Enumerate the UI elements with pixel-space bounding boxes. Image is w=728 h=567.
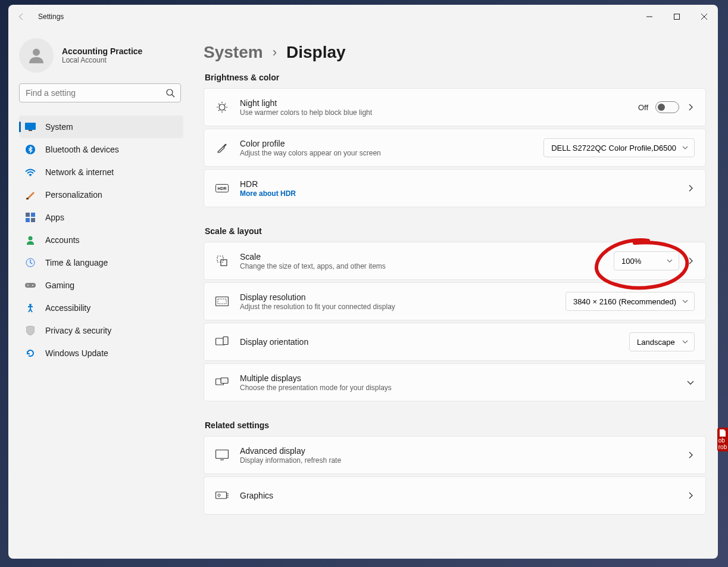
shield-icon bbox=[25, 325, 36, 336]
card-right: DELL S2722QC Color Profile,D6500 bbox=[543, 138, 695, 157]
update-icon bbox=[25, 348, 36, 359]
sidebar-item-label: Accounts bbox=[45, 235, 80, 245]
card-graphics[interactable]: Graphics bbox=[204, 476, 706, 515]
card-title: HDR bbox=[240, 179, 686, 189]
card-title: Night light bbox=[240, 98, 638, 108]
accessibility-icon bbox=[25, 303, 36, 313]
desktop-shortcut-partial[interactable]: obrob bbox=[717, 428, 728, 451]
profile-text: Accounting Practice Local Account bbox=[62, 46, 142, 64]
card-orientation[interactable]: Display orientation Landscape bbox=[204, 323, 706, 361]
clock-globe-icon bbox=[25, 257, 36, 268]
wifi-icon bbox=[25, 167, 36, 177]
sidebar-item-windows-update[interactable]: Windows Update bbox=[19, 342, 183, 364]
sidebar-item-gaming[interactable]: Gaming bbox=[19, 274, 183, 297]
card-right: 3840 × 2160 (Recommended) bbox=[565, 292, 695, 311]
bluetooth-icon bbox=[25, 144, 36, 155]
card-title: Color profile bbox=[240, 139, 543, 148]
card-right bbox=[686, 451, 695, 459]
card-title: Advanced display bbox=[240, 446, 686, 456]
card-title: Display resolution bbox=[240, 292, 565, 302]
svg-rect-1 bbox=[674, 14, 680, 20]
sidebar-item-network[interactable]: Network & internet bbox=[19, 161, 183, 183]
graphics-icon bbox=[215, 491, 229, 500]
card-text: Color profile Adjust the way colors appe… bbox=[240, 139, 543, 157]
dropdown-value: DELL S2722QC Color Profile,D6500 bbox=[551, 144, 676, 152]
settings-window: Settings Accounting Practice Local Accou… bbox=[8, 5, 718, 559]
svg-text:HDR: HDR bbox=[217, 186, 226, 191]
chevron-right-icon bbox=[686, 184, 695, 192]
sidebar-item-label: System bbox=[45, 122, 73, 132]
card-hdr[interactable]: HDR HDR More about HDR bbox=[204, 169, 706, 207]
card-resolution[interactable]: Display resolution Adjust the resolution… bbox=[204, 282, 706, 320]
breadcrumb: System › Display bbox=[204, 43, 706, 62]
svg-point-21 bbox=[29, 304, 32, 306]
hdr-link[interactable]: More about HDR bbox=[240, 189, 686, 198]
chevron-right-icon bbox=[686, 451, 695, 459]
breadcrumb-parent[interactable]: System bbox=[204, 43, 263, 62]
card-night-light[interactable]: Night light Use warmer colors to help bl… bbox=[204, 88, 706, 126]
card-right bbox=[686, 491, 695, 500]
sidebar-item-accessibility[interactable]: Accessibility bbox=[19, 297, 183, 319]
search-input[interactable] bbox=[19, 83, 181, 102]
section-title-scale: Scale & layout bbox=[205, 226, 706, 236]
orientation-dropdown[interactable]: Landscape bbox=[629, 332, 695, 351]
sidebar-item-personalization[interactable]: Personalization bbox=[19, 183, 183, 206]
card-title: Multiple displays bbox=[240, 373, 686, 383]
nav-list: System Bluetooth & devices Network & int… bbox=[19, 116, 190, 364]
svg-point-10 bbox=[30, 175, 31, 176]
dropdown-value: Landscape bbox=[637, 338, 675, 347]
svg-point-19 bbox=[27, 285, 29, 286]
card-subtitle: Use warmer colors to help block blue lig… bbox=[240, 108, 638, 117]
eyedropper-icon bbox=[215, 142, 229, 154]
avatar bbox=[19, 38, 54, 73]
svg-rect-7 bbox=[25, 123, 36, 130]
minimize-button[interactable] bbox=[636, 7, 663, 26]
back-button[interactable] bbox=[14, 10, 29, 24]
card-text: Display orientation bbox=[240, 337, 629, 347]
sidebar-item-accounts[interactable]: Accounts bbox=[19, 229, 183, 251]
card-right bbox=[686, 378, 695, 387]
apps-icon bbox=[25, 212, 36, 223]
dropdown-value: 3840 × 2160 (Recommended) bbox=[573, 297, 676, 306]
card-text: Night light Use warmer colors to help bl… bbox=[240, 98, 638, 117]
svg-rect-18 bbox=[25, 283, 36, 288]
card-right: Off bbox=[638, 101, 695, 113]
svg-point-4 bbox=[33, 49, 40, 56]
card-subtitle: Change the size of text, apps, and other… bbox=[240, 262, 614, 270]
maximize-button[interactable] bbox=[663, 7, 690, 26]
multiple-displays-icon bbox=[215, 378, 229, 387]
chevron-right-icon bbox=[686, 257, 695, 265]
sidebar-item-bluetooth[interactable]: Bluetooth & devices bbox=[19, 138, 183, 161]
resolution-icon bbox=[215, 297, 229, 306]
profile-sub: Local Account bbox=[62, 56, 142, 64]
paintbrush-icon bbox=[25, 189, 36, 200]
card-multiple-displays[interactable]: Multiple displays Choose the presentatio… bbox=[204, 363, 706, 401]
svg-rect-26 bbox=[221, 260, 227, 266]
card-scale[interactable]: Scale Change the size of text, apps, and… bbox=[204, 242, 706, 280]
sidebar-item-label: Network & internet bbox=[45, 167, 114, 177]
night-light-toggle[interactable] bbox=[655, 101, 679, 113]
card-advanced-display[interactable]: Advanced display Display information, re… bbox=[204, 436, 706, 474]
scale-dropdown[interactable]: 100% bbox=[614, 251, 679, 270]
chevron-right-icon: › bbox=[273, 45, 277, 60]
profile-name: Accounting Practice bbox=[62, 46, 142, 56]
resolution-dropdown[interactable]: 3840 × 2160 (Recommended) bbox=[565, 292, 695, 311]
sidebar-item-time-language[interactable]: Time & language bbox=[19, 251, 183, 274]
monitor-outline-icon bbox=[215, 450, 229, 460]
close-button[interactable] bbox=[690, 7, 718, 26]
svg-point-16 bbox=[29, 236, 33, 241]
titlebar: Settings bbox=[8, 5, 718, 29]
search-wrap bbox=[19, 83, 181, 102]
card-right bbox=[686, 184, 695, 192]
sidebar-item-privacy[interactable]: Privacy & security bbox=[19, 319, 183, 342]
card-color-profile[interactable]: Color profile Adjust the way colors appe… bbox=[204, 129, 706, 167]
svg-point-5 bbox=[167, 89, 173, 95]
sidebar-item-label: Personalization bbox=[45, 190, 102, 200]
color-profile-dropdown[interactable]: DELL S2722QC Color Profile,D6500 bbox=[543, 138, 695, 157]
card-text: HDR More about HDR bbox=[240, 179, 686, 198]
chevron-down-icon bbox=[686, 378, 695, 387]
sidebar-item-apps[interactable]: Apps bbox=[19, 206, 183, 229]
profile-block[interactable]: Accounting Practice Local Account bbox=[19, 38, 190, 83]
sidebar-item-system[interactable]: System bbox=[19, 116, 183, 138]
svg-rect-15 bbox=[31, 218, 35, 222]
